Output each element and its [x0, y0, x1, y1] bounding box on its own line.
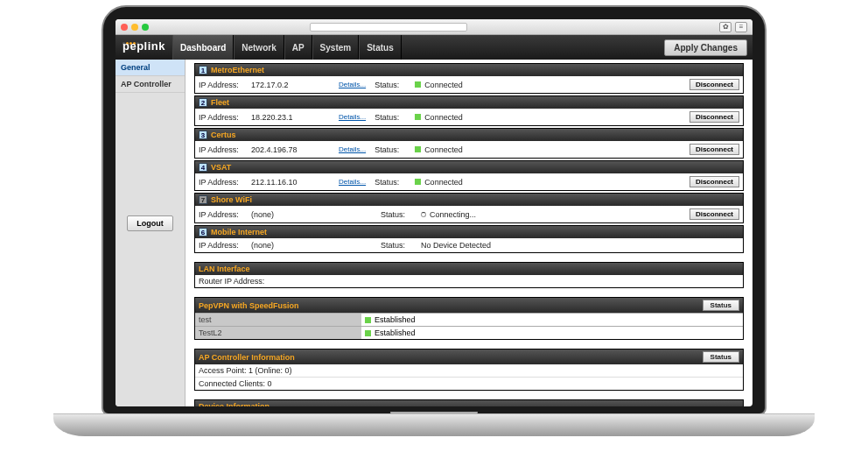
- lan-title: LAN Interface: [199, 265, 250, 273]
- disconnect-button[interactable]: Disconnect: [690, 79, 739, 90]
- ip-label: IP Address:: [199, 210, 251, 219]
- logout-button[interactable]: Logout: [127, 215, 173, 231]
- wan-priority-badge: 6: [199, 228, 207, 237]
- pepvpn-section: PepVPN with SpeedFusion Status testEstab…: [194, 297, 744, 340]
- status-connected-icon: [415, 146, 421, 152]
- browser-chrome: ✿ ≡: [116, 19, 752, 35]
- status-text: Connecting...: [430, 210, 476, 219]
- status-label: Status:: [381, 241, 421, 250]
- nav-network[interactable]: Network: [234, 35, 284, 60]
- brand-logo: peplink: [116, 35, 172, 60]
- device-section: Device Information Model:Peplink Balance…: [194, 399, 744, 406]
- ip-value: (none): [251, 241, 339, 250]
- ip-label: IP Address:: [199, 81, 251, 89]
- browser-menu-icon[interactable]: ≡: [735, 22, 747, 32]
- window-minimize-icon[interactable]: [131, 24, 138, 31]
- wan-priority-badge: 7: [199, 195, 207, 204]
- status-label: Status:: [374, 113, 415, 122]
- main-content: 1MetroEthernetIP Address:172.17.0.2Detai…: [186, 60, 752, 406]
- ip-label: IP Address:: [199, 241, 251, 250]
- status-text: Connected: [424, 178, 463, 187]
- wan-name: Mobile Internet: [211, 228, 267, 237]
- status-text: Connected: [424, 113, 463, 122]
- sidebar: GeneralAP Controller Logout: [116, 60, 186, 406]
- vpn-row: testEstablished: [195, 313, 743, 326]
- vpn-row: TestL2Established: [195, 326, 743, 339]
- sidebar-item-ap-controller[interactable]: AP Controller: [116, 76, 185, 93]
- wan-priority-badge: 2: [199, 98, 207, 107]
- apc-title: AP Controller Information: [199, 353, 295, 362]
- extension-icon[interactable]: ✿: [719, 22, 732, 32]
- wan-name: MetroEthernet: [211, 66, 264, 74]
- main-nav: DashboardNetworkAPSystemStatus: [172, 35, 402, 60]
- wan-name: VSAT: [211, 163, 231, 172]
- vpn-name: test: [195, 314, 361, 326]
- nav-dashboard[interactable]: Dashboard: [172, 35, 234, 60]
- ip-label: IP Address:: [199, 113, 251, 122]
- lan-section: LAN Interface Router IP Address:: [194, 262, 744, 288]
- ip-value: 18.220.23.1: [251, 113, 339, 122]
- apc-line: Access Point: 1 (Online: 0): [199, 366, 739, 375]
- apc-status-button[interactable]: Status: [703, 351, 739, 363]
- details-link[interactable]: Details...: [339, 178, 366, 186]
- status-label: Status:: [381, 210, 421, 219]
- vpn-state: Established: [374, 328, 416, 337]
- wan-name: Shore WiFi: [211, 195, 252, 204]
- wan-mobile-internet: 6Mobile InternetIP Address:(none)Status:…: [194, 225, 744, 253]
- ip-value: 212.11.16.10: [251, 178, 339, 187]
- pepvpn-title: PepVPN with SpeedFusion: [199, 301, 299, 310]
- ip-label: IP Address:: [199, 145, 251, 154]
- status-text: Connected: [424, 145, 463, 154]
- wan-certus: 3CertusIP Address:202.4.196.78Details...…: [194, 128, 744, 159]
- wan-priority-badge: 1: [199, 66, 207, 74]
- disconnect-button[interactable]: Disconnect: [690, 208, 739, 220]
- wan-priority-badge: 3: [199, 131, 207, 139]
- window-zoom-icon[interactable]: [142, 24, 149, 31]
- url-bar[interactable]: [310, 23, 467, 32]
- device-title: Device Information: [199, 402, 270, 406]
- router-ip-value: [295, 277, 739, 286]
- wan-metroethernet: 1MetroEthernetIP Address:172.17.0.2Detai…: [194, 63, 744, 94]
- disconnect-button[interactable]: Disconnect: [690, 111, 739, 123]
- nav-ap[interactable]: AP: [284, 35, 312, 60]
- status-established-icon: [365, 317, 371, 323]
- apc-line: Connected Clients: 0: [199, 379, 739, 388]
- window-close-icon[interactable]: [121, 24, 128, 31]
- wan-name: Fleet: [211, 98, 229, 107]
- status-connected-icon: [415, 81, 421, 88]
- wan-shore-wifi: 7Shore WiFiIP Address:(none)Status:Conne…: [194, 193, 744, 223]
- vpn-name: TestL2: [195, 327, 361, 339]
- ip-value: 202.4.196.78: [251, 145, 339, 154]
- apc-section: AP Controller Information Status Access …: [194, 349, 744, 391]
- router-ip-label: Router IP Address:: [199, 277, 295, 286]
- status-label: Status:: [374, 178, 415, 187]
- details-link[interactable]: Details...: [339, 81, 366, 88]
- disconnect-button[interactable]: Disconnect: [690, 144, 739, 155]
- wan-fleet: 2FleetIP Address:18.220.23.1Details...St…: [194, 95, 744, 126]
- nav-status[interactable]: Status: [359, 35, 402, 60]
- ip-value: 172.17.0.2: [251, 81, 339, 89]
- sidebar-item-general[interactable]: General: [116, 60, 185, 76]
- status-connected-icon: [415, 179, 421, 185]
- app-header: peplink DashboardNetworkAPSystemStatus A…: [116, 35, 752, 60]
- status-text: No Device Detected: [421, 241, 491, 250]
- status-connected-icon: [415, 114, 421, 120]
- wan-vsat: 4VSATIP Address:212.11.16.10Details...St…: [194, 160, 744, 191]
- wan-name: Certus: [211, 131, 236, 139]
- status-connecting-icon: [421, 212, 426, 217]
- disconnect-button[interactable]: Disconnect: [690, 176, 739, 187]
- details-link[interactable]: Details...: [339, 145, 366, 153]
- status-label: Status:: [374, 81, 415, 89]
- status-text: Connected: [424, 81, 463, 89]
- pepvpn-status-button[interactable]: Status: [703, 300, 739, 311]
- ip-value: (none): [251, 210, 339, 219]
- nav-system[interactable]: System: [312, 35, 360, 60]
- details-link[interactable]: Details...: [339, 113, 366, 121]
- wan-priority-badge: 4: [199, 163, 207, 172]
- apply-changes-button[interactable]: Apply Changes: [664, 39, 747, 56]
- status-label: Status:: [374, 145, 415, 154]
- vpn-state: Established: [374, 315, 416, 324]
- status-established-icon: [365, 330, 371, 336]
- ip-label: IP Address:: [199, 178, 251, 187]
